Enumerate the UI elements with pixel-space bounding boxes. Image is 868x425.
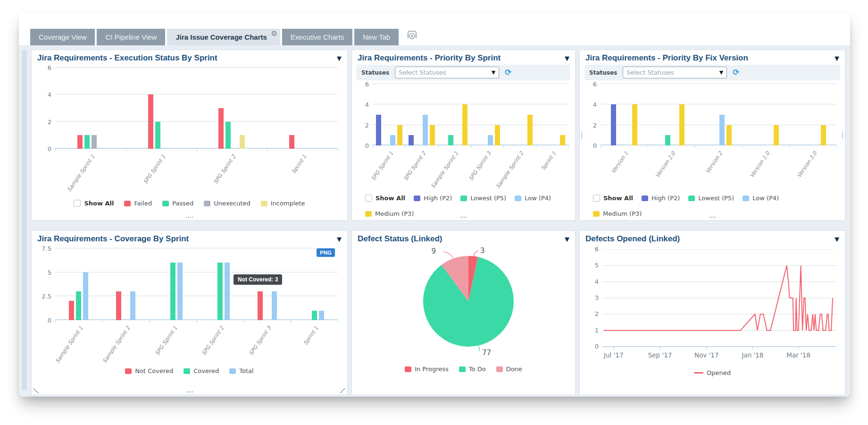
bar-unexecuted[interactable] <box>92 135 97 149</box>
refresh-icon[interactable]: ⟳ <box>505 68 511 76</box>
legend-item-done[interactable]: Done <box>496 366 522 373</box>
bar-chart-priority-by-fix-version[interactable]: 0246Version 1Version 2.0Version 2Version… <box>580 84 845 217</box>
bar-failed[interactable] <box>77 135 83 149</box>
tab-executive-charts[interactable]: Executive Charts <box>282 29 352 45</box>
bar-passed[interactable] <box>155 122 160 149</box>
chevron-down-icon[interactable]: ▼ <box>565 55 569 61</box>
bar-group-sprint-1[interactable] <box>291 248 338 320</box>
legend-item-unexecuted[interactable]: Unexecuted <box>204 200 250 207</box>
legend-item-incomplete[interactable]: Incomplete <box>261 200 305 207</box>
legend-item-high-p2[interactable]: High (P2) <box>642 195 680 202</box>
bar-covered[interactable] <box>170 263 175 320</box>
resize-corner-icon[interactable] <box>340 388 345 393</box>
legend-item-low-p4[interactable]: Low (P4) <box>515 195 551 202</box>
pie-chart-defect-status[interactable]: 3779In ProgressTo DoDone <box>352 245 575 373</box>
legend-item-high-p2[interactable]: High (P2) <box>414 195 452 202</box>
bar-chart-execution-status[interactable]: 0246Sample Sprint 1SPG Sprint 1SPG Sprin… <box>32 68 347 207</box>
bar-group-sample-sprint-2[interactable] <box>503 84 536 145</box>
bar-failed[interactable] <box>289 135 294 149</box>
bar-covered[interactable] <box>312 311 317 320</box>
bar-low-p4[interactable] <box>390 135 395 145</box>
export-png-button[interactable]: PNG <box>317 248 335 257</box>
legend-item-passed[interactable]: Passed <box>162 200 193 207</box>
tab-ci-pipeline-view[interactable]: CI Pipeline View <box>97 29 165 45</box>
legend-item-not-covered[interactable]: Not Covered <box>125 367 173 374</box>
bar-lowest-p5[interactable] <box>665 135 670 145</box>
checkbox[interactable] <box>593 195 600 202</box>
bar-low-p4[interactable] <box>719 115 725 145</box>
bar-lowest-p5[interactable] <box>448 135 453 145</box>
bar-group-sample-sprint-1[interactable] <box>55 248 102 320</box>
bar-incomplete[interactable] <box>240 135 245 149</box>
tab-jira-issue-coverage-charts[interactable]: Jira Issue Coverage Charts⚙ <box>167 29 280 45</box>
bar-total[interactable] <box>177 263 183 320</box>
legend-item-in-progress[interactable]: In Progress <box>405 366 449 373</box>
gear-icon[interactable]: ⚙ <box>271 29 277 38</box>
bar-medium-p3[interactable] <box>560 135 565 145</box>
legend-item-medium-p3[interactable]: Medium (P3) <box>365 210 414 217</box>
bar-total[interactable] <box>272 291 277 320</box>
bar-group-spg-sprint-1[interactable] <box>373 84 405 145</box>
statuses-select[interactable]: Select Statuses ▼ <box>395 67 499 78</box>
bar-total[interactable] <box>83 272 88 320</box>
bar-group-version-1[interactable] <box>601 84 648 145</box>
resize-handle-right[interactable] <box>842 131 844 139</box>
bar-medium-p3[interactable] <box>632 104 637 145</box>
drag-handle[interactable] <box>709 216 716 219</box>
bar-group-sample-sprint-1[interactable] <box>438 84 470 145</box>
legend-item-lowest-p5[interactable]: Lowest (P5) <box>688 195 734 202</box>
tab-coverage-view[interactable]: Coverage View <box>30 29 95 45</box>
bar-low-p4[interactable] <box>423 115 428 145</box>
bar-passed[interactable] <box>225 122 231 149</box>
bar-group-sample-sprint-2[interactable] <box>102 248 150 320</box>
chevron-down-icon[interactable]: ▼ <box>337 55 342 61</box>
bar-group-spg-sprint-2[interactable] <box>405 84 438 145</box>
bar-low-p4[interactable] <box>488 135 493 145</box>
bar-total[interactable] <box>319 311 324 320</box>
legend-item-lowest-p5[interactable]: Lowest (P5) <box>460 195 506 202</box>
bar-medium-p3[interactable] <box>430 125 435 145</box>
drag-handle[interactable] <box>186 391 193 393</box>
bar-failed[interactable] <box>218 108 224 149</box>
legend-item-total[interactable]: Total <box>229 367 253 374</box>
line-chart-defects-opened[interactable]: 0123456Jul '17Sep '17Nov '17Jan '18Mar '… <box>580 249 845 376</box>
legend-item-show-all[interactable]: Show All <box>593 195 633 202</box>
plot-area[interactable]: 0123456 <box>602 249 836 350</box>
legend-item-medium-p3[interactable]: Medium (P3) <box>593 210 642 217</box>
bar-group-sample-sprint-1[interactable] <box>55 68 126 149</box>
chevron-down-icon[interactable]: ▼ <box>835 236 839 242</box>
legend-item-failed[interactable]: Failed <box>124 200 152 207</box>
bar-medium-p3[interactable] <box>495 125 500 145</box>
legend-item-to-do[interactable]: To Do <box>459 366 486 373</box>
bar-group-version-2-0[interactable] <box>648 84 695 145</box>
plot-area[interactable]: 0246 <box>373 84 568 145</box>
bar-not-covered[interactable] <box>258 291 263 320</box>
bar-not-covered[interactable] <box>69 301 74 320</box>
pie-plot[interactable]: 3779 <box>352 245 575 359</box>
resize-handle-left[interactable] <box>581 131 583 139</box>
bar-high-p2[interactable] <box>376 115 381 145</box>
legend-item-covered[interactable]: Covered <box>184 367 219 374</box>
drag-handle[interactable] <box>186 216 193 219</box>
chevron-down-icon[interactable]: ▼ <box>337 236 342 242</box>
bar-high-p2[interactable] <box>409 135 414 145</box>
bar-total[interactable] <box>130 291 135 320</box>
bar-group-spg-sprint-1[interactable] <box>126 68 197 149</box>
tab-new-tab[interactable]: New Tab <box>354 29 399 45</box>
plot-area[interactable]: 0246 <box>55 68 338 149</box>
plot-area[interactable]: 0246 <box>601 84 836 145</box>
plot-area[interactable]: 02.557.5 <box>55 248 338 320</box>
legend-item-show-all[interactable]: Show All <box>365 195 405 202</box>
resize-corner-icon[interactable] <box>33 388 39 393</box>
bar-group-sprint-1[interactable] <box>536 84 568 145</box>
add-tab-icon[interactable] <box>406 29 419 42</box>
bar-total[interactable] <box>225 263 230 320</box>
statuses-select[interactable]: Select Statuses ▼ <box>623 67 727 78</box>
bar-group-sprint-1[interactable] <box>267 68 338 149</box>
bar-medium-p3[interactable] <box>679 104 684 145</box>
chevron-down-icon[interactable]: ▼ <box>835 55 839 61</box>
chevron-down-icon[interactable]: ▼ <box>565 236 569 242</box>
bar-covered[interactable] <box>76 291 81 320</box>
bar-medium-p3[interactable] <box>774 125 779 145</box>
bar-medium-p3[interactable] <box>397 125 402 145</box>
